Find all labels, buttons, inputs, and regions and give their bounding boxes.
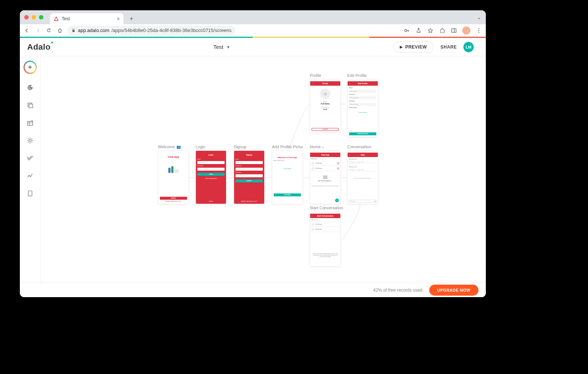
screens-icon[interactable]: [26, 101, 34, 109]
screen-login[interactable]: Login Login Email Enter email... Passwor…: [196, 145, 226, 204]
user-avatar[interactable]: LM: [463, 42, 474, 52]
screen-home[interactable]: Home ⌂ Chat App Messages Full Name Full …: [310, 145, 341, 204]
nav-reload-icon[interactable]: [46, 27, 52, 34]
canvas[interactable]: Profile ←Profile ◉ Name Full Name Email …: [40, 56, 486, 297]
lock-icon: [71, 28, 76, 33]
project-selector[interactable]: Test ▼: [51, 44, 393, 50]
preview-label: PREVIEW: [405, 44, 427, 50]
svg-point-8: [28, 88, 29, 89]
screen-add-profile-picture[interactable]: Add Profile Pictur Welcome to Chat App! …: [272, 145, 303, 204]
screen-profile[interactable]: Profile ←Profile ◉ Name Full Name Email …: [310, 73, 341, 133]
records-usage-text: 42% of free records used: [373, 288, 422, 293]
back-arrow-icon: ←: [311, 82, 313, 85]
chevron-down-icon: ▼: [226, 45, 230, 49]
nav-back-icon[interactable]: [24, 27, 30, 34]
svg-point-5: [478, 30, 480, 31]
svg-rect-11: [29, 104, 33, 108]
svg-point-15: [31, 120, 33, 122]
chat-icon: [337, 162, 339, 164]
svg-point-20: [30, 195, 31, 195]
key-icon[interactable]: [404, 27, 410, 34]
chat-empty-icon: [323, 175, 327, 179]
svg-point-1: [405, 29, 407, 32]
screen-start-conversation[interactable]: Start Conversation ←Start Conversation 🔍…: [310, 206, 343, 267]
svg-point-7: [28, 86, 29, 87]
user-menu-chevron-icon[interactable]: ⌄: [475, 44, 478, 49]
screen-edit-profile[interactable]: Edit Profile ←Edit Profile Email Enter e…: [347, 73, 378, 137]
bookmark-star-icon[interactable]: [427, 27, 434, 34]
back-arrow-icon: ←: [311, 215, 313, 217]
logout-button: LOGOUT: [312, 128, 339, 131]
send-icon: ➤: [374, 200, 376, 202]
svg-point-18: [30, 176, 31, 177]
screen-label: Profile: [310, 73, 341, 78]
browser-tab[interactable]: Test ×: [50, 13, 123, 24]
tablist-dropdown-icon[interactable]: ⌄: [477, 14, 481, 20]
nav-forward-icon: [35, 27, 41, 34]
checkmarks-icon[interactable]: [26, 154, 34, 162]
share-button[interactable]: SHARE: [440, 44, 457, 50]
settings-icon[interactable]: [26, 136, 34, 145]
tab-title: Test: [62, 16, 70, 21]
close-tab-icon[interactable]: ×: [117, 16, 120, 22]
window-maximize[interactable]: [39, 15, 43, 19]
search-icon: 🔍: [311, 219, 313, 221]
favicon-icon: [54, 16, 59, 21]
project-name: Test: [213, 44, 223, 50]
address-bar[interactable]: app.adalo.com/apps/54b4b8e0-25da-4c8f-83…: [68, 26, 235, 35]
add-button[interactable]: +: [24, 61, 37, 74]
svg-point-6: [478, 32, 480, 33]
welcome-illustration: [160, 160, 187, 173]
back-arrow-icon: ←: [349, 154, 351, 156]
home-icon: ⌂: [322, 145, 324, 149]
fab-add-button: +: [335, 199, 339, 202]
people-icon: 👥: [176, 145, 181, 149]
analytics-icon[interactable]: [26, 172, 34, 180]
svg-rect-2: [452, 29, 456, 32]
sidepanel-icon[interactable]: [451, 27, 457, 34]
upgrade-button[interactable]: UPGRADE NOW: [429, 285, 478, 296]
url-path: /apps/54b4b8e0-25da-4c8f-838b-36e3bccc07…: [111, 28, 232, 33]
chat-icon: [337, 167, 339, 170]
new-tab-button[interactable]: +: [127, 14, 136, 23]
back-arrow-icon: ←: [349, 82, 351, 85]
screen-label: Edit Profile: [347, 73, 378, 78]
preview-button[interactable]: ▶ PREVIEW: [393, 42, 434, 53]
svg-point-17: [28, 175, 29, 176]
palette-icon[interactable]: [26, 83, 34, 92]
database-icon[interactable]: [26, 119, 34, 127]
extensions-icon[interactable]: [439, 27, 445, 34]
window-close[interactable]: [24, 15, 29, 19]
screen-signup[interactable]: Signup Signup Email Enter email... Passw…: [234, 145, 265, 204]
svg-rect-12: [28, 121, 33, 125]
play-icon: ▶: [400, 45, 403, 49]
brand-logo[interactable]: Adalo: [27, 42, 51, 52]
svg-point-16: [29, 139, 31, 142]
chrome-menu-icon[interactable]: [476, 27, 482, 34]
svg-point-9: [30, 89, 31, 89]
avatar-placeholder-icon: ◉: [320, 89, 330, 99]
screen-welcome[interactable]: Welcome 👥 Chat App SIGNUP ALREADY HAVE A…: [158, 145, 189, 204]
screen-conversation[interactable]: Conversation ←Chat Message Text Full Nam…: [347, 145, 378, 204]
publish-icon[interactable]: [26, 189, 34, 197]
svg-point-4: [478, 28, 480, 29]
window-minimize[interactable]: [32, 15, 36, 19]
chrome-profile-avatar[interactable]: [462, 26, 470, 35]
url-host: app.adalo.com: [78, 28, 109, 33]
share-icon[interactable]: [415, 27, 422, 34]
nav-home-icon[interactable]: [57, 27, 63, 34]
svg-rect-0: [72, 30, 75, 32]
